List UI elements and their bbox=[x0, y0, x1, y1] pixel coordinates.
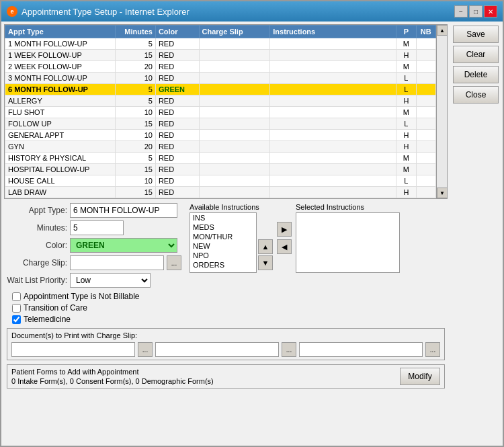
maximize-button[interactable]: □ bbox=[469, 5, 482, 17]
doc-input-1[interactable] bbox=[11, 342, 135, 357]
table-row[interactable]: 6 MONTH FOLLOW-UP 5 GREEN L bbox=[5, 84, 436, 95]
cell-min: 15 bbox=[116, 50, 155, 61]
table-row[interactable]: GENERAL APPT 10 RED H bbox=[5, 130, 436, 141]
close-window-button[interactable]: ✕ bbox=[484, 5, 497, 17]
selected-instructions-list[interactable] bbox=[296, 212, 400, 273]
table-row[interactable]: FOLLOW UP 15 RED L bbox=[5, 118, 436, 130]
window-title: Appointment Type Setup - Internet Explor… bbox=[22, 7, 190, 17]
cell-inst bbox=[270, 50, 396, 61]
instr-item-monthur[interactable]: MON/THUR bbox=[190, 232, 256, 241]
cell-inst bbox=[270, 130, 396, 141]
table-row[interactable]: 1 WEEK FOLLOW-UP 15 RED H bbox=[5, 50, 436, 61]
cell-appt: HISTORY & PHYSICAL bbox=[5, 153, 116, 164]
appt-type-input[interactable] bbox=[70, 203, 177, 218]
transition-checkbox[interactable] bbox=[12, 304, 21, 313]
instr-item-ins[interactable]: INS bbox=[190, 213, 256, 222]
table-row[interactable]: FLU SHOT 10 RED M bbox=[5, 107, 436, 118]
table-row[interactable]: HISTORY & PHYSICAL 5 RED M bbox=[5, 153, 436, 164]
telemedicine-checkbox[interactable] bbox=[12, 315, 21, 324]
title-bar: e Appointment Type Setup - Internet Expl… bbox=[1, 1, 503, 22]
cell-inst bbox=[270, 38, 396, 50]
table-row[interactable]: 1 MONTH FOLLOW-UP 5 RED M bbox=[5, 38, 436, 50]
remove-instruction-button[interactable]: ◀ bbox=[277, 239, 292, 254]
table-row[interactable]: HOUSE CALL 10 RED L bbox=[5, 175, 436, 187]
content-area: Appt Type Minutes Color Charge Slip Inst… bbox=[1, 22, 503, 446]
cell-slip bbox=[199, 61, 270, 73]
instr-scroll-down-button[interactable]: ▼ bbox=[258, 255, 273, 270]
cell-color: RED bbox=[155, 95, 199, 107]
cell-slip bbox=[199, 84, 270, 95]
charge-slip-input[interactable] bbox=[70, 255, 164, 270]
minimize-button[interactable]: − bbox=[454, 5, 468, 17]
cell-slip bbox=[199, 130, 270, 141]
cell-min: 15 bbox=[116, 187, 155, 198]
wait-list-select[interactable]: Low Medium High bbox=[70, 273, 151, 288]
instr-item-orders[interactable]: ORDERS bbox=[190, 260, 256, 270]
doc-browse-2[interactable]: ... bbox=[282, 342, 296, 357]
scroll-down-button[interactable]: ▼ bbox=[437, 188, 448, 198]
cell-color: RED bbox=[155, 73, 199, 84]
instr-item-npo[interactable]: NPO bbox=[190, 251, 256, 260]
table-row[interactable]: 2 WEEK FOLLOW-UP 20 RED M bbox=[5, 61, 436, 73]
title-bar-left: e Appointment Type Setup - Internet Expl… bbox=[7, 6, 190, 17]
table-row[interactable]: ALLERGY 5 RED H bbox=[5, 95, 436, 107]
cell-nb bbox=[416, 107, 435, 118]
not-billable-checkbox[interactable] bbox=[12, 292, 21, 301]
table-row[interactable]: 3 MONTH FOLLOW-UP 10 RED L bbox=[5, 73, 436, 84]
cell-nb bbox=[416, 118, 435, 130]
cell-slip bbox=[199, 118, 270, 130]
cell-appt: GENERAL APPT bbox=[5, 130, 116, 141]
doc-browse-1[interactable]: ... bbox=[138, 342, 153, 357]
scroll-up-button[interactable]: ▲ bbox=[437, 25, 448, 36]
cell-nb bbox=[416, 73, 435, 84]
doc-browse-3[interactable]: ... bbox=[425, 342, 440, 357]
instr-item-new[interactable]: NEW bbox=[190, 241, 256, 251]
cell-inst bbox=[270, 107, 396, 118]
clear-button[interactable]: Clear bbox=[453, 46, 499, 63]
cell-color: RED bbox=[155, 153, 199, 164]
color-select[interactable]: GREEN RED BLUE bbox=[70, 238, 177, 253]
table-scroll[interactable]: Appt Type Minutes Color Charge Slip Inst… bbox=[5, 25, 436, 198]
cell-nb bbox=[416, 164, 435, 175]
transition-label: Transition of Care bbox=[24, 303, 87, 313]
cell-nb bbox=[416, 50, 435, 61]
cell-nb bbox=[416, 141, 435, 153]
transfer-arrows: ▶ ◀ bbox=[276, 203, 293, 273]
cell-min: 10 bbox=[116, 130, 155, 141]
cell-min: 15 bbox=[116, 118, 155, 130]
cell-inst bbox=[270, 153, 396, 164]
cell-nb bbox=[416, 175, 435, 187]
modify-button[interactable]: Modify bbox=[400, 368, 440, 385]
cell-color: RED bbox=[155, 61, 199, 73]
cell-appt: 1 WEEK FOLLOW-UP bbox=[5, 50, 116, 61]
charge-slip-browse-button[interactable]: ... bbox=[167, 255, 181, 270]
instr-item-meds[interactable]: MEDS bbox=[190, 222, 256, 232]
cell-color: RED bbox=[155, 50, 199, 61]
vertical-scrollbar[interactable]: ▲ ▼ bbox=[436, 25, 447, 198]
instr-scroll-up-button[interactable]: ▲ bbox=[258, 239, 273, 254]
cell-min: 10 bbox=[116, 175, 155, 187]
cell-min: 20 bbox=[116, 141, 155, 153]
main-window: e Appointment Type Setup - Internet Expl… bbox=[0, 0, 504, 447]
table-row[interactable]: GYN 20 RED H bbox=[5, 141, 436, 153]
available-instructions-list[interactable]: INS MEDS MON/THUR NEW NPO ORDERS bbox=[190, 212, 257, 273]
table-row[interactable]: LAB DRAW 15 RED H bbox=[5, 187, 436, 198]
cell-appt: HOUSE CALL bbox=[5, 175, 116, 187]
table-row[interactable]: HOSPITAL FOLLOW-UP 15 RED M bbox=[5, 164, 436, 175]
doc-input-2[interactable] bbox=[155, 342, 279, 357]
main-area: Appt Type Minutes Color Charge Slip Inst… bbox=[1, 22, 450, 446]
minutes-input[interactable] bbox=[70, 220, 124, 235]
close-button[interactable]: Close bbox=[453, 86, 499, 104]
delete-button[interactable]: Delete bbox=[453, 66, 499, 83]
doc-input-3[interactable] bbox=[299, 342, 423, 357]
cell-inst bbox=[270, 187, 396, 198]
header-p: P bbox=[396, 26, 416, 38]
cell-p: L bbox=[396, 118, 416, 130]
cell-slip bbox=[199, 164, 270, 175]
cell-slip bbox=[199, 141, 270, 153]
cell-appt: HOSPITAL FOLLOW-UP bbox=[5, 164, 116, 175]
cell-p: M bbox=[396, 164, 416, 175]
cell-color: RED bbox=[155, 187, 199, 198]
add-instruction-button[interactable]: ▶ bbox=[277, 222, 292, 237]
save-button[interactable]: Save bbox=[453, 26, 499, 43]
